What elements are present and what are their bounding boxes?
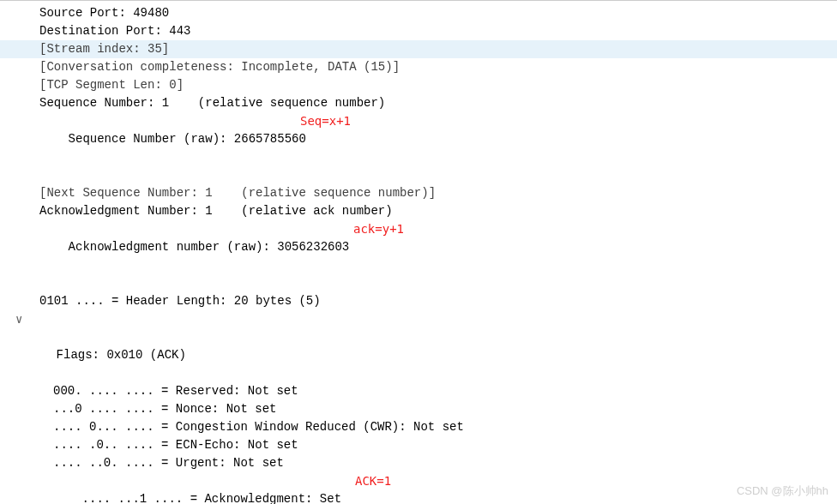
field-stream-index[interactable]: [Stream index: 35] xyxy=(0,40,837,58)
annotation-ack-flag: ACK=1 xyxy=(355,472,391,490)
ack-raw-text: Acknowledgment number (raw): 3056232603 xyxy=(69,240,350,254)
field-tcp-segment-len[interactable]: [TCP Segment Len: 0] xyxy=(0,76,837,94)
annotation-ack-raw: ack=y+1 xyxy=(353,220,404,238)
packet-detail-pane: Source Port: 49480 Destination Port: 443… xyxy=(0,0,837,504)
flag-urgent[interactable]: .... ..0. .... = Urgent: Not set xyxy=(0,454,837,472)
annotation-seq: Seq=x+1 xyxy=(300,112,351,130)
flag-ecn-echo[interactable]: .... .0.. .... = ECN-Echo: Not set xyxy=(0,436,837,454)
flag-reserved[interactable]: 000. .... .... = Reserved: Not set xyxy=(0,382,837,400)
field-source-port[interactable]: Source Port: 49480 xyxy=(0,4,837,22)
watermark: CSDN @陈小帅hh xyxy=(737,483,828,500)
flags-text: Flags: 0x010 (ACK) xyxy=(57,348,186,362)
field-next-sequence-number[interactable]: [Next Sequence Number: 1 (relative seque… xyxy=(0,184,837,202)
flag-nonce[interactable]: ...0 .... .... = Nonce: Not set xyxy=(0,400,837,418)
field-conversation-completeness[interactable]: [Conversation completeness: Incomplete, … xyxy=(0,58,837,76)
chevron-down-icon[interactable]: ∨ xyxy=(15,311,26,321)
field-destination-port[interactable]: Destination Port: 443 xyxy=(0,22,837,40)
field-sequence-number-raw[interactable]: Sequence Number (raw): 2665785560 Seq=x+… xyxy=(0,112,837,184)
field-ack-number-relative[interactable]: Acknowledgment Number: 1 (relative ack n… xyxy=(0,202,837,220)
seq-raw-text: Sequence Number (raw): 2665785560 xyxy=(69,132,306,146)
flag-acknowledgment[interactable]: .... ...1 .... = Acknowledgment: Set ACK… xyxy=(0,472,837,504)
flag-cwr[interactable]: .... 0... .... = Congestion Window Reduc… xyxy=(0,418,837,436)
flag-ack-text: .... ...1 .... = Acknowledgment: Set xyxy=(82,492,341,504)
field-flags[interactable]: ∨ Flags: 0x010 (ACK) xyxy=(0,310,837,382)
field-header-length[interactable]: 0101 .... = Header Length: 20 bytes (5) xyxy=(0,292,837,310)
field-sequence-number-relative[interactable]: Sequence Number: 1 (relative sequence nu… xyxy=(0,94,837,112)
field-ack-number-raw[interactable]: Acknowledgment number (raw): 3056232603 … xyxy=(0,220,837,292)
